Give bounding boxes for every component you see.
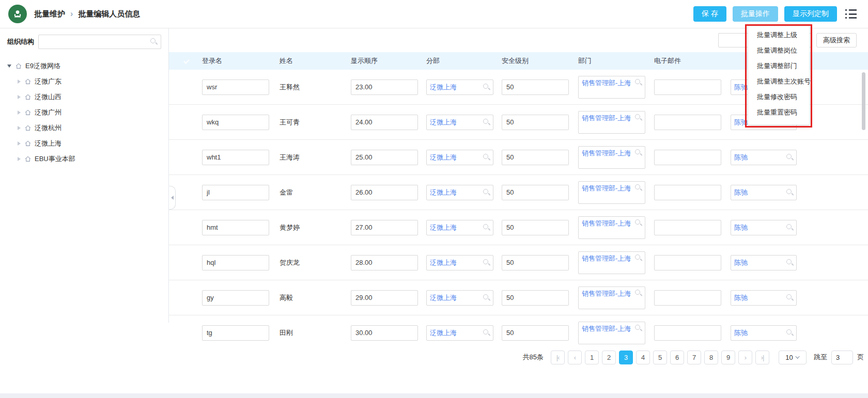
supervisor-browse-field[interactable]: 陈驰	[731, 150, 797, 165]
supervisor-browse-field[interactable]: 陈驰	[731, 290, 797, 306]
email-input[interactable]	[654, 255, 721, 270]
email-input[interactable]	[654, 220, 721, 235]
page-button-6[interactable]: 6	[670, 351, 684, 364]
login-input[interactable]	[202, 79, 269, 95]
order-input[interactable]	[351, 150, 418, 165]
login-input[interactable]	[202, 290, 269, 306]
security-input[interactable]	[502, 115, 569, 130]
menu-item-adjust-department[interactable]: 批量调整部门	[748, 58, 809, 74]
tree-node-label[interactable]: 泛微山西	[35, 92, 61, 102]
email-input[interactable]	[654, 79, 721, 95]
order-input[interactable]	[351, 115, 418, 130]
tree-node-label[interactable]: 泛微广州	[35, 108, 61, 117]
menu-item-adjust-superior[interactable]: 批量调整上级	[748, 27, 809, 43]
tree-node-label[interactable]: E9泛微网络	[25, 61, 60, 71]
page-button-3-active[interactable]: 3	[619, 351, 633, 364]
caret-right-icon[interactable]	[18, 95, 21, 99]
menu-item-adjust-accounts[interactable]: 批量调整主次账号	[748, 74, 809, 89]
supervisor-browse-field[interactable]: 陈驰	[731, 325, 797, 341]
order-input[interactable]	[351, 255, 418, 270]
caret-right-icon[interactable]	[18, 79, 21, 84]
caret-right-icon[interactable]	[18, 110, 21, 115]
page-button-4[interactable]: 4	[636, 351, 650, 364]
security-input[interactable]	[502, 220, 569, 235]
page-button-2[interactable]: 2	[602, 351, 616, 364]
division-browse-field[interactable]: 泛微上海	[426, 325, 493, 341]
page-size-select[interactable]: 10	[779, 351, 807, 364]
menu-item-reset-password[interactable]: 批量重置密码	[748, 105, 809, 120]
tree-node[interactable]: 泛微杭州	[7, 120, 161, 136]
order-input[interactable]	[351, 79, 418, 95]
tree-node[interactable]: 泛微山西	[7, 89, 161, 105]
email-input[interactable]	[654, 150, 721, 165]
department-browse-field[interactable]: 销售管理部-上海	[578, 286, 645, 309]
caret-right-icon[interactable]	[18, 141, 21, 146]
order-input[interactable]	[351, 185, 418, 200]
supervisor-browse-field[interactable]: 陈驰	[731, 255, 797, 270]
order-input[interactable]	[351, 290, 418, 306]
login-input[interactable]	[202, 150, 269, 165]
security-input[interactable]	[502, 255, 569, 270]
tree-node-label[interactable]: 泛微上海	[35, 139, 61, 148]
org-search-input[interactable]	[38, 35, 161, 49]
tree-node-label[interactable]: 泛微广东	[35, 77, 61, 86]
division-browse-field[interactable]: 泛微上海	[426, 185, 493, 200]
division-browse-field[interactable]: 泛微上海	[426, 220, 493, 235]
tree-node-root[interactable]: E9泛微网络	[7, 58, 161, 74]
department-browse-field[interactable]: 销售管理部-上海	[578, 251, 645, 274]
batch-operations-button[interactable]: 批量操作	[733, 6, 778, 22]
department-browse-field[interactable]: 销售管理部-上海	[578, 216, 645, 239]
advanced-search-button[interactable]: 高级搜索	[816, 33, 857, 47]
page-button-9[interactable]: 9	[721, 351, 735, 364]
security-input[interactable]	[502, 290, 569, 306]
supervisor-browse-field[interactable]: 陈驰	[731, 220, 797, 235]
page-button-8[interactable]: 8	[704, 351, 718, 364]
menu-item-adjust-position[interactable]: 批量调整岗位	[748, 43, 809, 58]
first-page-button[interactable]: |‹	[551, 351, 565, 364]
division-browse-field[interactable]: 泛微上海	[426, 255, 493, 270]
email-input[interactable]	[654, 290, 721, 306]
last-page-button[interactable]: ›|	[755, 351, 769, 364]
division-browse-field[interactable]: 泛微上海	[426, 115, 493, 130]
login-input[interactable]	[202, 325, 269, 341]
order-input[interactable]	[351, 325, 418, 341]
caret-right-icon[interactable]	[18, 126, 21, 130]
page-button-5[interactable]: 5	[653, 351, 667, 364]
column-customize-button[interactable]: 显示列定制	[784, 6, 837, 22]
order-input[interactable]	[351, 220, 418, 235]
caret-down-icon[interactable]	[7, 65, 11, 68]
email-input[interactable]	[654, 185, 721, 200]
tree-node[interactable]: 泛微广东	[7, 74, 161, 89]
security-input[interactable]	[502, 325, 569, 341]
email-input[interactable]	[654, 115, 721, 130]
list-menu-icon[interactable]	[845, 9, 857, 19]
department-browse-field[interactable]: 销售管理部-上海	[578, 146, 645, 169]
page-button-7[interactable]: 7	[687, 351, 701, 364]
tree-node-label[interactable]: EBU事业本部	[35, 154, 75, 164]
division-browse-field[interactable]: 泛微上海	[426, 79, 493, 95]
department-browse-field[interactable]: 销售管理部-上海	[578, 76, 645, 99]
login-input[interactable]	[202, 255, 269, 270]
security-input[interactable]	[502, 185, 569, 200]
sidebar-collapse-handle[interactable]	[169, 186, 176, 210]
login-input[interactable]	[202, 185, 269, 200]
tree-node-label[interactable]: 泛微杭州	[35, 123, 61, 133]
department-browse-field[interactable]: 销售管理部-上海	[578, 111, 645, 134]
email-input[interactable]	[654, 325, 721, 341]
security-input[interactable]	[502, 150, 569, 165]
vertical-scrollbar[interactable]	[862, 72, 865, 130]
login-input[interactable]	[202, 115, 269, 130]
caret-right-icon[interactable]	[18, 157, 21, 161]
save-button[interactable]: 保 存	[693, 6, 726, 22]
tree-node[interactable]: 泛微广州	[7, 105, 161, 120]
security-input[interactable]	[502, 79, 569, 95]
breadcrumb-section[interactable]: 批量维护	[34, 9, 65, 19]
next-page-button[interactable]: ›	[738, 351, 752, 364]
page-button-1[interactable]: 1	[585, 351, 599, 364]
division-browse-field[interactable]: 泛微上海	[426, 290, 493, 306]
tree-node[interactable]: 泛微上海	[7, 136, 161, 151]
menu-item-modify-password[interactable]: 批量修改密码	[748, 89, 809, 105]
supervisor-browse-field[interactable]: 陈驰	[731, 185, 797, 200]
department-browse-field[interactable]: 销售管理部-上海	[578, 322, 645, 344]
login-input[interactable]	[202, 220, 269, 235]
